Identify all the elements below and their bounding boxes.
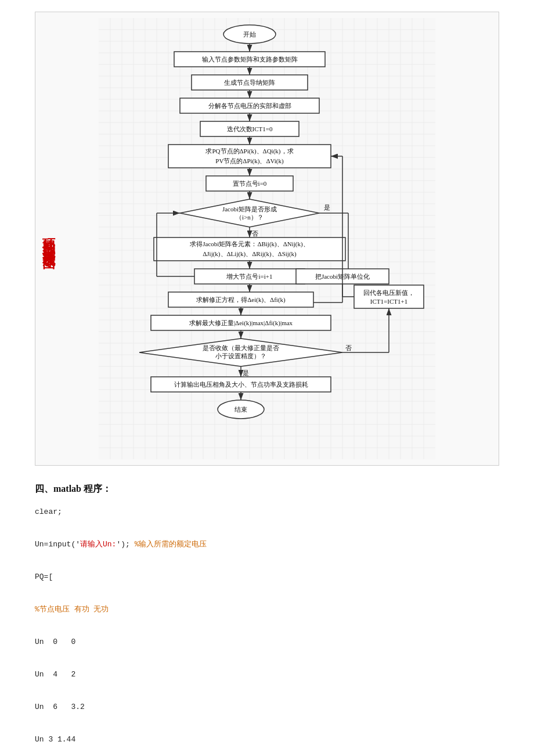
node-inc-node-label: 增大节点号i=i+1	[226, 273, 272, 280]
flowchart-svg-container: 开始 输入节点参数矩阵和支路参数矩阵 生成节点导纳矩阵 分解各节点电压的实部和虚…	[41, 18, 493, 459]
flowchart-svg: 开始 输入节点参数矩阵和支路参数矩阵 生成节点导纳矩阵 分解各节点电压的实部和虚…	[99, 18, 435, 459]
node-calc-jacobi-label1: 求得Jacobi矩阵各元素：ΔBij(k)、ΔNij(k)、	[190, 240, 309, 248]
page-container: 环网潮流计算流程图	[35, 12, 499, 756]
node-solve-eq-label: 求解修正方程，得Δei(k)、Δfi(k)	[196, 296, 286, 304]
code-line-blank-7	[35, 716, 499, 731]
node-calc-pq-label1: 求PQ节点的ΔPi(k)、ΔQi(k)，求	[205, 147, 293, 155]
code-line-6: Un 6 3.2	[35, 700, 499, 715]
node-update-volt-label2: ICT1=ICT1+1	[370, 298, 407, 305]
code-block: clear; Un=input('请输入Un:'); %输入所需的额定电压 PQ…	[35, 505, 499, 756]
code-line-blank-5	[35, 651, 499, 666]
node-calc-pq-label2: PV节点的ΔPi(k)、ΔVi(k)	[215, 157, 284, 165]
section-heading: 四、matlab 程序：	[35, 483, 499, 495]
code-line-blank-1	[35, 521, 499, 536]
code-line-blank-3	[35, 586, 499, 601]
code-line-blank-6	[35, 683, 499, 699]
node-input-label: 输入节点参数矩阵和支路参数矩阵	[202, 56, 298, 63]
converge-no-label: 否	[345, 344, 352, 351]
node-update-volt-label1: 回代各电压新值，	[363, 289, 414, 296]
code-line-3: PQ=[	[35, 570, 499, 585]
node-converge-label1: 是否收敛（最大修正量是否	[203, 344, 279, 351]
code-line-blank-8	[35, 748, 499, 756]
node-output-label: 计算输出电压相角及大小、节点功率及支路损耗	[174, 381, 308, 388]
converge-yes-label: 是	[243, 369, 249, 376]
node-max-corr-label: 求解最大修正量|Δei(k)|max|Δfi(k)|max	[189, 319, 293, 327]
node-gen-matrix-label: 生成节点导纳矩阵	[224, 79, 275, 86]
node-jacobi-label2: （i>n）？	[236, 214, 264, 221]
node-converge-label2: 小于设置精度）？	[215, 352, 266, 359]
code-line-4: Un 0 0	[35, 635, 499, 650]
node-set-node-label: 置节点号i=0	[233, 180, 267, 187]
node-calc-jacobi-label2: ΔJij(k)、ΔLij(k)、ΔRij(k)、ΔSij(k)	[203, 250, 297, 258]
code-line-2: Un=input('请输入Un:'); %输入所需的额定电压	[35, 537, 499, 552]
jacobi-no-label: 否	[252, 230, 258, 237]
code-line-7: Un 3 1.44	[35, 732, 499, 747]
side-label: 环网潮流计算流程图	[41, 228, 56, 249]
node-start-label: 开始	[243, 31, 256, 38]
node-update-volt	[354, 285, 424, 308]
flowchart-wrapper: 环网潮流计算流程图	[35, 12, 499, 466]
code-line-1: clear;	[35, 505, 499, 520]
node-end-label: 结束	[234, 406, 247, 413]
node-jacobi-label1: Jacobi矩阵是否形成	[222, 206, 277, 213]
node-iter-label: 迭代次数ICT1=0	[227, 125, 273, 132]
jacobi-yes-label: 是	[324, 204, 330, 211]
code-line-5: Un 4 2	[35, 667, 499, 682]
node-decompose-label: 分解各节点电压的实部和虚部	[208, 102, 291, 109]
code-line-blank-2	[35, 553, 499, 568]
code-line-blank-4	[35, 618, 499, 633]
code-line-comment: %节点电压 有功 无功	[35, 602, 499, 617]
